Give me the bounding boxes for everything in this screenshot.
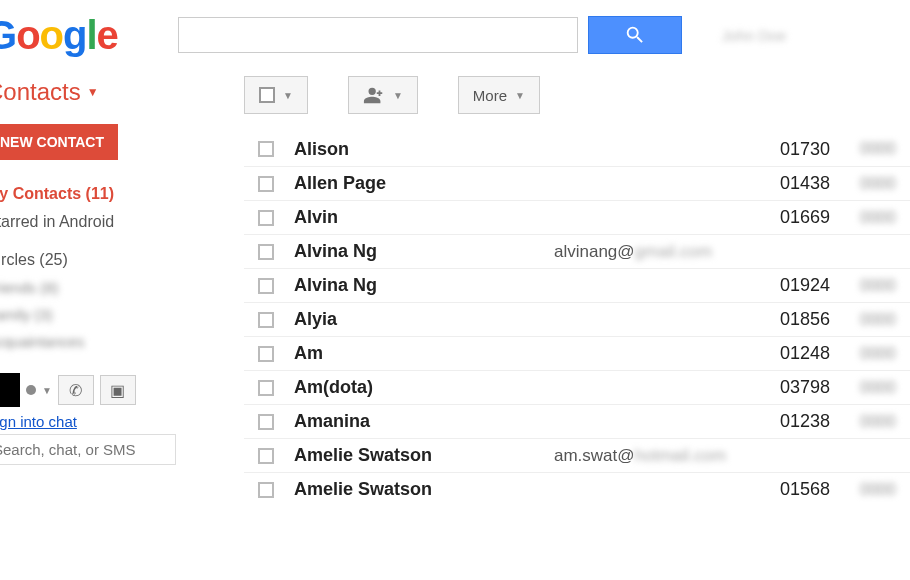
content: ▼ ▼ More ▼ Alison017300000Allen Page0143… [200, 70, 910, 506]
contact-row[interactable]: Alvina Ngalvinang@gmail.com [244, 234, 910, 268]
sidebar-item-blurred: Family (3) [0, 301, 200, 328]
contact-row[interactable]: Alvin016690000 [244, 200, 910, 234]
contact-row[interactable]: Alvina Ng019240000 [244, 268, 910, 302]
row-checkbox[interactable] [258, 380, 274, 396]
contact-name: Alvina Ng [294, 275, 554, 296]
row-checkbox[interactable] [258, 312, 274, 328]
contact-name: Alison [294, 139, 554, 160]
more-button[interactable]: More ▼ [458, 76, 540, 114]
contact-row[interactable]: Alyia018560000 [244, 302, 910, 336]
contact-name: Amanina [294, 411, 554, 432]
search-icon [624, 24, 646, 46]
contact-phone: 01248 [780, 343, 860, 364]
contact-name: Am(dota) [294, 377, 554, 398]
contact-email: alvinang@gmail.com [554, 242, 780, 262]
contact-row[interactable]: Alison017300000 [244, 132, 910, 166]
new-contact-button[interactable]: NEW CONTACT [0, 124, 118, 160]
sidebar-item-starred[interactable]: Starred in Android [0, 208, 200, 236]
search-input[interactable] [178, 17, 578, 53]
more-label: More [473, 87, 507, 104]
contact-name: Alvina Ng [294, 241, 554, 262]
contact-row[interactable]: Am(dota)037980000 [244, 370, 910, 404]
contact-name: Amelie Swatson [294, 445, 554, 466]
row-checkbox[interactable] [258, 482, 274, 498]
contact-row[interactable]: Am012480000 [244, 336, 910, 370]
row-checkbox[interactable] [258, 346, 274, 362]
sign-into-chat-link[interactable]: Sign into chat [0, 413, 77, 430]
chevron-down-icon: ▼ [283, 90, 293, 101]
contact-phone-blurred: 0000 [860, 413, 910, 431]
call-button[interactable]: ✆ [58, 375, 94, 405]
avatar [0, 373, 20, 407]
contact-phone-blurred: 0000 [860, 311, 910, 329]
sidebar-item-blurred: Acquaintances [0, 328, 200, 355]
contact-list: Alison017300000Allen Page014380000Alvin0… [244, 132, 910, 506]
contact-phone-blurred: 0000 [860, 209, 910, 227]
contact-phone: 01669 [780, 207, 860, 228]
contact-phone-blurred: 0000 [860, 481, 910, 499]
row-checkbox[interactable] [258, 278, 274, 294]
contact-row[interactable]: Amanina012380000 [244, 404, 910, 438]
toolbar: ▼ ▼ More ▼ [244, 76, 910, 114]
contact-name: Allen Page [294, 173, 554, 194]
contact-row[interactable]: Amelie Swatson015680000 [244, 472, 910, 506]
contact-row[interactable]: Amelie Swatsonam.swat@hotmail.com [244, 438, 910, 472]
contact-phone: 01568 [780, 479, 860, 500]
row-checkbox[interactable] [258, 414, 274, 430]
contact-name: Amelie Swatson [294, 479, 554, 500]
chevron-down-icon[interactable]: ▼ [42, 385, 52, 396]
checkbox-icon [259, 87, 275, 103]
contact-email: am.swat@hotmail.com [554, 446, 780, 466]
row-checkbox[interactable] [258, 176, 274, 192]
chevron-down-icon: ▼ [393, 90, 403, 101]
contact-phone-blurred: 0000 [860, 175, 910, 193]
contacts-dropdown[interactable]: Contacts ▼ [0, 78, 200, 106]
row-checkbox[interactable] [258, 244, 274, 260]
contact-name: Alyia [294, 309, 554, 330]
contact-phone-blurred: 0000 [860, 345, 910, 363]
contact-row[interactable]: Allen Page014380000 [244, 166, 910, 200]
contact-phone: 01238 [780, 411, 860, 432]
row-checkbox[interactable] [258, 210, 274, 226]
sidebar-item-my-contacts[interactable]: My Contacts (11) [0, 180, 200, 208]
sidebar-item-blurred: Friends (8) [0, 274, 200, 301]
contact-phone-blurred: 0000 [860, 379, 910, 397]
sidebar: Contacts ▼ NEW CONTACT My Contacts (11) … [0, 70, 200, 506]
contact-phone: 01730 [780, 139, 860, 160]
chevron-down-icon: ▼ [515, 90, 525, 101]
video-icon: ▣ [110, 381, 125, 400]
search-button[interactable] [588, 16, 682, 54]
contact-phone: 01856 [780, 309, 860, 330]
phone-icon: ✆ [69, 381, 82, 400]
select-all-button[interactable]: ▼ [244, 76, 308, 114]
row-checkbox[interactable] [258, 448, 274, 464]
contact-name: Alvin [294, 207, 554, 228]
chat-panel: ▼ ✆ ▣ Sign into chat [0, 373, 200, 465]
google-logo: Google [0, 13, 118, 58]
sidebar-item-circles[interactable]: Circles (25) [0, 246, 200, 274]
add-to-group-button[interactable]: ▼ [348, 76, 418, 114]
video-chat-button[interactable]: ▣ [100, 375, 136, 405]
contact-phone: 01438 [780, 173, 860, 194]
header: Google John Doe [0, 0, 910, 70]
user-info: John Doe [722, 27, 786, 44]
contacts-title-label: Contacts [0, 78, 81, 106]
contact-phone-blurred: 0000 [860, 140, 910, 158]
contact-phone-blurred: 0000 [860, 277, 910, 295]
contact-phone: 01924 [780, 275, 860, 296]
chat-search-input[interactable] [0, 434, 176, 465]
person-add-icon [363, 86, 385, 104]
contact-name: Am [294, 343, 554, 364]
chevron-down-icon: ▼ [87, 85, 99, 99]
row-checkbox[interactable] [258, 141, 274, 157]
contact-phone: 03798 [780, 377, 860, 398]
status-dot-icon [26, 385, 36, 395]
